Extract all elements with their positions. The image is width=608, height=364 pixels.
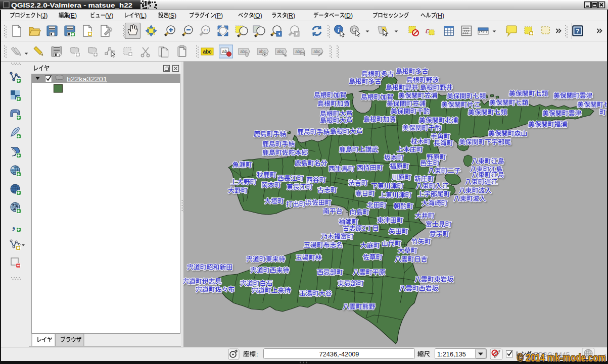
svg-text:(E): (E) <box>69 12 77 19</box>
svg-text:,: , <box>12 218 16 232</box>
svg-text:(R): (R) <box>287 12 295 19</box>
svg-text:abc: abc <box>277 49 284 54</box>
svg-text:abc: abc <box>203 49 212 55</box>
svg-text:(S): (S) <box>168 12 176 19</box>
svg-text:(V): (V) <box>105 12 113 19</box>
svg-text:(L): (L) <box>139 12 147 19</box>
svg-text:(D): (D) <box>344 12 353 19</box>
svg-text:72436,-42009: 72436,-42009 <box>319 350 359 358</box>
svg-text:ab: ab <box>222 49 227 54</box>
svg-text:(P): (P) <box>215 12 223 19</box>
svg-text:abc: abc <box>295 49 302 54</box>
svg-text:abc: abc <box>313 49 320 54</box>
svg-text:ε: ε <box>426 26 429 35</box>
svg-text:QGIS2.2.0-Valmiera - matsue_h2: QGIS2.2.0-Valmiera - matsue_h22 <box>11 2 132 9</box>
svg-text:(H): (H) <box>436 12 444 19</box>
svg-text:h22ka32201: h22ka32201 <box>67 75 107 83</box>
svg-text:© 2014 mk-mode.com: © 2014 mk-mode.com <box>517 351 606 364</box>
svg-text:(O): (O) <box>253 12 262 19</box>
svg-text:1:1: 1:1 <box>203 28 208 32</box>
svg-text:?: ? <box>576 28 579 35</box>
svg-text::: : <box>256 351 258 358</box>
svg-text:1:216,135: 1:216,135 <box>437 350 466 358</box>
svg-text:(J): (J) <box>40 12 48 19</box>
